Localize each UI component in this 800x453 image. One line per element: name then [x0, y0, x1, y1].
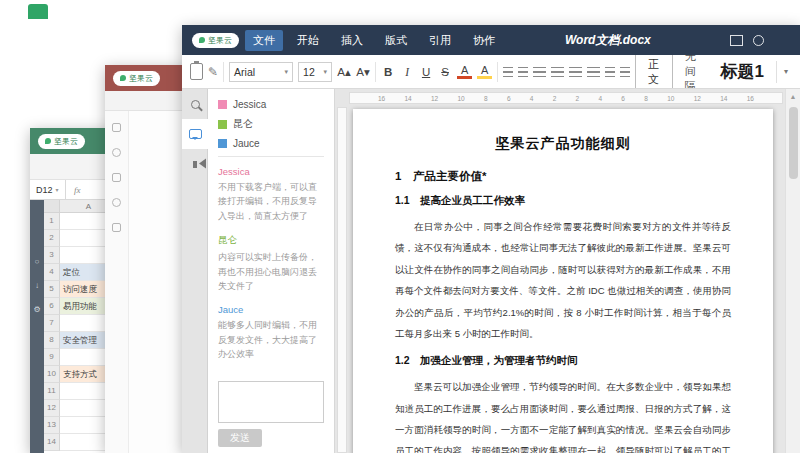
scroll-up-icon[interactable]: ▲: [786, 89, 800, 100]
doc-paragraph: 坚果云可以加强企业管理，节约领导的时间。在大多数企业中，领导如果想知道员工的工作…: [395, 376, 731, 453]
style-gallery-expand[interactable]: ▾: [776, 61, 788, 83]
vertical-scrollbar[interactable]: ▲: [785, 89, 800, 453]
style-normal[interactable]: 正文: [635, 55, 673, 89]
font-name-select[interactable]: Arial ▾: [229, 62, 293, 82]
ruler-number: 6: [621, 95, 625, 102]
shrink-font-icon[interactable]: A▾: [356, 65, 370, 79]
row-header[interactable]: 13: [44, 417, 60, 434]
comment-icon: [189, 129, 202, 139]
document-area[interactable]: 161412108642246810121416 坚果云产品功能细则 1 产品主…: [335, 89, 785, 453]
comment-entry[interactable]: Jauce 能够多人同时编辑，不用反复发文件，大大提高了办公效率: [218, 304, 324, 361]
menu-home[interactable]: 开始: [289, 30, 327, 51]
vertical-ruler[interactable]: [337, 107, 347, 453]
nutstore-leaf-icon: [45, 138, 51, 144]
document-page[interactable]: 坚果云产品功能细则 1 产品主要价值* 1.1 提高企业员工工作效率 在日常办公…: [353, 109, 773, 453]
nutstore-logo: 坚果云: [113, 71, 160, 86]
gear-icon[interactable]: ⚙: [33, 306, 40, 314]
row-header[interactable]: 4: [44, 264, 60, 281]
image-icon[interactable]: [112, 173, 121, 182]
cell-name-box[interactable]: D12 ▾: [30, 180, 66, 199]
comment-entry[interactable]: Jessica 不用下载客户端，可以直接打开编辑，不用反复导入导出，简直太方便了: [218, 166, 324, 223]
bullet-list-icon[interactable]: [503, 67, 513, 77]
shading-icon[interactable]: [620, 67, 630, 77]
style-heading1[interactable]: 标题1: [715, 60, 770, 83]
toolbar-separator: [497, 62, 498, 82]
menu-collaborate[interactable]: 协作: [465, 30, 503, 51]
bold-icon[interactable]: B: [381, 66, 395, 78]
strikethrough-icon[interactable]: S: [438, 66, 452, 78]
row-header[interactable]: 1: [44, 213, 60, 230]
comments-panel: Jessica 昆仑 Jauce Jessica 不用下载客户端，可以直接打开编…: [208, 89, 335, 453]
font-color-icon[interactable]: A: [457, 65, 472, 79]
comment-text: 能够多人同时编辑，不用反复发文件，大大提高了办公效率: [218, 318, 324, 361]
comment-input[interactable]: [218, 381, 324, 423]
read-aloud-button[interactable]: [182, 149, 208, 179]
menu-references[interactable]: 引用: [421, 30, 459, 51]
toolbar-separator: [223, 62, 224, 82]
row-header[interactable]: 10: [44, 366, 60, 383]
line-spacing-icon[interactable]: [605, 67, 615, 77]
row-header[interactable]: 12: [44, 400, 60, 417]
underline-icon[interactable]: U: [419, 66, 433, 78]
share-icon[interactable]: [730, 35, 743, 46]
row-header[interactable]: 3: [44, 247, 60, 264]
word-titlebar[interactable]: 坚果云 文件 开始 插入 版式 引用 协作 Word文档.docx: [182, 25, 800, 55]
row-header[interactable]: 9: [44, 349, 60, 366]
speaker-icon: [193, 161, 197, 168]
align-left-icon[interactable]: [533, 67, 546, 77]
align-center-icon[interactable]: [551, 67, 564, 77]
download-icon[interactable]: ↓: [35, 282, 39, 290]
slide-icon[interactable]: [112, 123, 121, 132]
row-header[interactable]: 7: [44, 315, 60, 332]
red-side-toolbar: [105, 111, 129, 453]
menu-insert[interactable]: 插入: [333, 30, 371, 51]
ruler-number: 10: [458, 95, 465, 102]
find-button[interactable]: [182, 89, 208, 119]
select-all-corner[interactable]: [44, 200, 60, 212]
collaborator-name: Jauce: [233, 138, 260, 149]
settings-icon[interactable]: [112, 223, 121, 232]
fx-label[interactable]: fx: [74, 185, 81, 195]
ruler-number: 12: [694, 95, 701, 102]
font-size-select[interactable]: 12 ▾: [298, 62, 332, 82]
nutstore-logo-text: 坚果云: [129, 73, 153, 84]
format-painter-icon[interactable]: ✎: [208, 65, 218, 79]
row-header[interactable]: 5: [44, 281, 60, 298]
font-size-value: 12: [303, 66, 315, 78]
row-header[interactable]: 11: [44, 383, 60, 400]
collaborator-row[interactable]: Jessica: [218, 99, 324, 110]
scrollbar-thumb[interactable]: [789, 107, 798, 179]
excel-side-toolbar: ○ ↓ ⚙: [30, 200, 44, 453]
shape-icon[interactable]: [112, 148, 121, 157]
send-button[interactable]: 发送: [218, 429, 262, 447]
ruler-number: 8: [644, 95, 648, 102]
ruler-number: 16: [747, 95, 754, 102]
row-header[interactable]: 2: [44, 230, 60, 247]
align-right-icon[interactable]: [569, 67, 582, 77]
paste-icon[interactable]: [190, 63, 203, 80]
justify-icon[interactable]: [587, 67, 600, 77]
menu-layout[interactable]: 版式: [377, 30, 415, 51]
doc-heading-1: 1 产品主要价值*: [395, 169, 731, 184]
background-window-corner: [28, 4, 48, 19]
italic-icon[interactable]: I: [400, 66, 414, 78]
row-header[interactable]: 8: [44, 332, 60, 349]
collaborator-row[interactable]: Jauce: [218, 138, 324, 149]
collaborator-row[interactable]: 昆仑: [218, 117, 324, 131]
horizontal-ruler[interactable]: 161412108642246810121416: [349, 92, 783, 104]
row-header[interactable]: 14: [44, 434, 60, 451]
comment-icon[interactable]: [112, 198, 121, 207]
highlight-color-icon[interactable]: A: [477, 65, 492, 79]
account-icon[interactable]: [753, 35, 764, 46]
style-no-spacing[interactable]: 无间隔: [679, 55, 709, 89]
row-header[interactable]: 6: [44, 298, 60, 315]
comments-button[interactable]: [182, 119, 208, 149]
grow-font-icon[interactable]: A▴: [337, 65, 351, 79]
desktop-canvas: 坚果云 D12 ▾ fx ○ ↓ ⚙ A B 1234定位5: [0, 0, 800, 453]
numbered-list-icon[interactable]: [518, 67, 528, 77]
ruler-number: 6: [507, 95, 511, 102]
comment-entry[interactable]: 昆仑 内容可以实时上传备份，再也不用担心电脑闪退丢失文件了: [218, 234, 324, 293]
ruler-number: 4: [530, 95, 534, 102]
user-icon[interactable]: ○: [35, 258, 40, 266]
menu-file[interactable]: 文件: [245, 30, 283, 51]
